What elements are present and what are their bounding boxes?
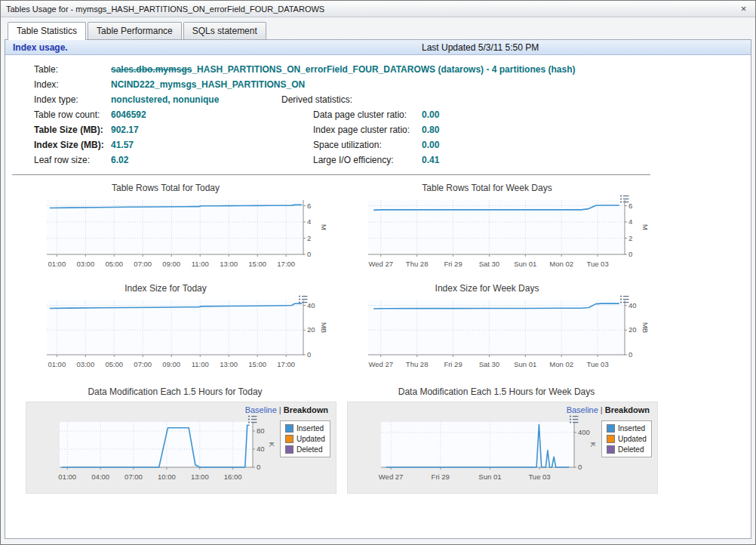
table-value-prefix: sales.dbo.mymsgs [111,64,192,75]
svg-text:Thu 28: Thu 28 [406,360,429,368]
tab-sqls-statement[interactable]: SQLs statement [183,22,266,39]
section-header: Index usage. Last Updated 5/3/11 5:50 PM [5,40,751,55]
svg-text:Fri 29: Fri 29 [444,360,462,368]
legend-item-deleted[interactable]: Deleted [607,445,647,454]
table-value: sales.dbo.mymsgs_HASH_PARTITIONS_ON_erro… [111,64,575,75]
svg-text:0: 0 [628,250,632,258]
svg-text:40: 40 [628,301,637,309]
chart-menu-icon[interactable] [569,414,579,424]
leaf-row-size-row: Leaf row size: 6.02 Large I/O efficiency… [34,152,751,168]
chart-menu-icon[interactable] [619,294,629,304]
svg-text:0: 0 [307,350,311,359]
svg-text:K: K [268,442,276,448]
svg-text:Fri 29: Fri 29 [432,473,450,481]
chart-index-size-week: Index Size for Week Days 02040MBWed 27Th… [347,283,668,376]
derived-statistics-label: Derived statistics: [281,94,352,105]
index-type-value: nonclustered, nonunique [111,94,281,105]
svg-text:17:00: 17:00 [277,260,295,268]
chart-area: 04080K01:0004:0007:0010:0013:0016:00 [29,416,280,490]
index-size-today-chart: 02040MB01:0003:0005:0007:0009:0011:0013:… [26,296,343,373]
svg-text:4: 4 [628,217,632,226]
legend-swatch [607,424,615,433]
chart-menu-icon[interactable] [298,294,308,304]
last-updated-text: Last Updated 5/3/11 5:50 PM [422,42,539,53]
svg-text:M: M [641,224,650,230]
legend-swatch [607,435,615,443]
index-size-row: Index Size (MB): 41.57 Space utilization… [34,137,751,152]
data-mod-today-panel: Baseline|Breakdown 04080K01:0004:0007:00… [26,402,337,494]
close-icon[interactable]: × [737,3,750,15]
svg-text:Sat 30: Sat 30 [479,260,499,268]
index-type-label: Index type: [34,94,111,105]
legend-item-updated[interactable]: Updated [607,435,647,443]
svg-text:Tue 03: Tue 03 [586,360,608,368]
data-mod-today-block: Data Modification Each 1.5 Hours for Tod… [26,386,347,494]
svg-text:01:00: 01:00 [48,260,66,268]
legend-item-updated[interactable]: Updated [285,435,325,443]
svg-text:11:00: 11:00 [192,360,209,368]
breakdown-link[interactable]: Breakdown [605,405,650,414]
legend-item-inserted[interactable]: Inserted [285,424,325,433]
svg-text:03:00: 03:00 [76,360,94,368]
index-label: Index: [34,79,111,90]
chart-index-size-today: Index Size for Today 02040MB01:0003:0005… [26,283,347,376]
chart-area: 0400KWed 27Fri 29Sun 01Tue 03 [351,416,601,490]
legend-swatch [285,445,293,454]
tab-strip: Table Statistics Table Performance SQLs … [1,17,755,39]
space-utilization-value: 0.00 [422,140,439,150]
svg-text:0: 0 [307,250,311,258]
chart-legend: InsertedUpdatedDeleted [280,420,330,457]
svg-text:MB: MB [320,322,328,333]
tab-table-statistics[interactable]: Table Statistics [8,22,86,40]
svg-text:Tue 03: Tue 03 [586,260,608,268]
svg-text:MB: MB [641,322,650,333]
tab-table-performance[interactable]: Table Performance [88,22,182,39]
svg-text:2: 2 [628,234,632,242]
breakdown-link[interactable]: Breakdown [284,405,328,414]
svg-text:09:00: 09:00 [162,360,180,368]
data-mod-week-block: Data Modification Each 1.5 Hours for Wee… [347,386,668,494]
chart-title: Table Rows Total for Today [26,183,347,196]
svg-text:400: 400 [578,428,590,436]
svg-text:15:00: 15:00 [248,360,266,368]
svg-text:0: 0 [257,463,260,471]
svg-text:Wed 27: Wed 27 [379,473,404,481]
table-statistics-page: Index usage. Last Updated 5/3/11 5:50 PM… [5,39,751,539]
legend-item-inserted[interactable]: Inserted [607,424,647,433]
index-page-cluster-ratio-label: Index page cluster ratio: [313,125,422,135]
svg-text:17:00: 17:00 [277,360,295,368]
index-usage-panel: Table: sales.dbo.mymsgs_HASH_PARTITIONS_… [5,55,751,171]
legend-swatch [607,445,615,454]
svg-text:40: 40 [307,301,315,309]
svg-text:Wed 27: Wed 27 [368,360,393,368]
legend-item-deleted[interactable]: Deleted [285,445,325,454]
svg-text:Thu 28: Thu 28 [406,260,429,268]
large-io-efficiency-value: 0.41 [422,155,439,165]
index-size-label: Index Size (MB): [34,140,111,150]
space-utilization-label: Space utilization: [313,140,422,150]
chart-menu-icon[interactable] [247,414,257,424]
baseline-link[interactable]: Baseline [567,405,598,414]
svg-text:05:00: 05:00 [105,360,123,368]
svg-text:0: 0 [578,463,582,471]
svg-text:40: 40 [257,445,265,453]
baseline-link[interactable]: Baseline [245,405,277,414]
index-type-row: Index type: nonclustered, nonunique Deri… [34,92,751,107]
tables-usage-window: Tables Usage for - mymsgs_HASH_PARTITION… [0,0,756,545]
charts-grid: Table Rows Total for Today 0246M01:0003:… [5,175,751,383]
svg-text:01:00: 01:00 [48,360,66,368]
index-value: NCIND222_mymsgs_HASH_PARTITIONS_ON [111,79,305,90]
table-size-value: 902.17 [111,125,281,135]
svg-text:05:00: 05:00 [105,260,123,268]
svg-text:04:00: 04:00 [91,473,109,481]
legend-label: Inserted [297,424,324,433]
chart-menu-icon[interactable] [619,194,629,204]
svg-text:K: K [589,442,598,448]
svg-text:07:00: 07:00 [134,360,152,368]
svg-text:6: 6 [307,202,311,210]
svg-text:0: 0 [628,350,632,359]
table-label: Table: [34,64,111,75]
svg-text:20: 20 [307,325,315,334]
svg-text:4: 4 [307,217,311,226]
legend-label: Deleted [618,445,644,454]
